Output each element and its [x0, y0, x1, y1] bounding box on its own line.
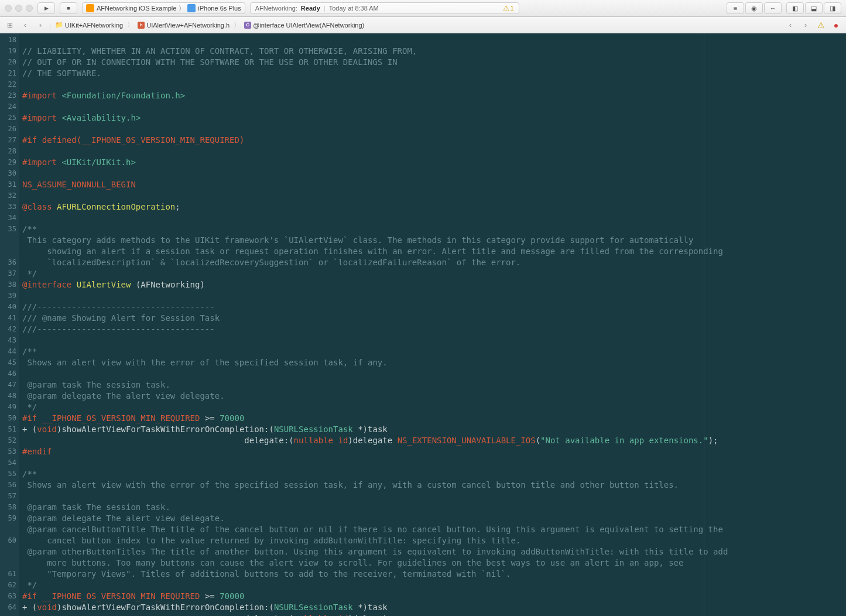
code-line: @param task The session task. [22, 502, 170, 512]
standard-editor-button[interactable]: ≡ [727, 2, 744, 14]
code-line: #endif [22, 447, 52, 456]
code-editor[interactable]: 1819202122232425262728293031323334353637… [0, 33, 846, 616]
code-line: #import <UIKit/UIKit.h> [22, 158, 136, 167]
code-line: */ [22, 580, 37, 590]
toggle-debug-button[interactable]: ⬓ [805, 2, 823, 14]
code-line: /** [22, 224, 37, 234]
code-line: Shows an alert view with the error of th… [22, 480, 679, 490]
jump-item-symbol[interactable]: C @interface UIAlertView(AFNetworking) [242, 22, 366, 29]
code-line: @class AFURLConnectionOperation; [22, 202, 180, 211]
code-line: delegate:(nullable id)delegate NS_EXTENS… [22, 436, 718, 445]
code-line: */ [22, 269, 37, 278]
code-line: #if defined(__IPHONE_OS_VERSION_MIN_REQU… [22, 135, 244, 145]
jump-bar: ⊞ ‹ › | UIKit+AFNetworking 〉 h UIAlertVi… [0, 17, 846, 33]
forward-button[interactable]: › [34, 20, 47, 30]
back-button[interactable]: ‹ [19, 20, 32, 30]
code-line: /** [22, 469, 37, 478]
code-line: // OUT OF OR IN CONNECTION WITH THE SOFT… [22, 57, 398, 67]
chevron-right-icon: 〉 [179, 4, 185, 13]
toolbar: AFNetworking iOS Example 〉 iPhone 6s Plu… [0, 0, 846, 17]
version-editor-button[interactable]: ↔ [764, 2, 782, 14]
code-line: Shows an alert view with the error of th… [22, 358, 388, 367]
code-line: delegate:(nullable id)delegate [22, 614, 392, 616]
related-items-button[interactable]: ⊞ [4, 20, 16, 30]
code-line: #import <Foundation/Foundation.h> [22, 91, 185, 100]
code-line: @param cancelButtonTitle The title of th… [22, 525, 728, 545]
status-time: Today at 8:38 AM [329, 5, 379, 12]
scheme-selector[interactable]: AFNetworking iOS Example 〉 iPhone 6s Plu… [82, 2, 245, 14]
code-line: // THE SOFTWARE. [22, 69, 101, 78]
code-line: #if __IPHONE_OS_VERSION_MIN_REQUIRED >= … [22, 591, 244, 601]
jump-item-folder[interactable]: UIKit+AFNetworking [53, 21, 125, 29]
code-line: ///------------------------------------ [22, 302, 215, 312]
code-line: /// @name Showing Alert for Session Task [22, 313, 220, 323]
code-line: + (void)showAlertViewForTaskWithErrorOnC… [22, 425, 388, 434]
zoom-icon[interactable] [26, 5, 33, 12]
app-icon [86, 4, 94, 12]
prev-issue-button[interactable]: ‹ [784, 20, 797, 30]
activity-viewer[interactable]: AFNetworking: Ready | Today at 8:38 AM 1 [250, 2, 519, 14]
editor-mode-group: ≡ ◉ ↔ [727, 2, 782, 14]
code-line: @param delegate The alert view delegate. [22, 514, 225, 523]
error-icon[interactable] [830, 20, 842, 30]
header-file-icon: h [138, 22, 145, 29]
jump-file-label: UIAlertView+AFNetworking.h [146, 22, 230, 29]
page-guide [704, 33, 704, 616]
toggle-utilities-button[interactable]: ◨ [824, 2, 841, 14]
code-area[interactable]: // LIABILITY, WHETHER IN AN ACTION OF CO… [19, 33, 846, 616]
code-line: // LIABILITY, WHETHER IN AN ACTION OF CO… [22, 46, 417, 56]
scheme-label: AFNetworking iOS Example [97, 5, 176, 12]
minimize-icon[interactable] [15, 5, 22, 12]
simulator-icon [187, 4, 196, 12]
run-button[interactable] [37, 2, 55, 14]
code-line: #if __IPHONE_OS_VERSION_MIN_REQUIRED >= … [22, 413, 244, 423]
close-icon[interactable] [5, 5, 12, 12]
code-line: @param task The session task. [22, 380, 170, 389]
code-line: NS_ASSUME_NONNULL_BEGIN [22, 180, 136, 189]
status-project: AFNetworking: [255, 5, 297, 12]
warning-count[interactable]: 1 [503, 4, 514, 12]
code-line: + (void)showAlertViewForTaskWithErrorOnC… [22, 603, 388, 612]
toggle-navigator-button[interactable]: ◧ [786, 2, 804, 14]
code-line: This category adds methods to the UIKit … [22, 235, 728, 267]
stop-button[interactable] [60, 2, 77, 14]
jump-symbol-label: @interface UIAlertView(AFNetworking) [253, 22, 364, 29]
panel-toggle-group: ◧ ⬓ ◨ [786, 2, 841, 14]
next-issue-button[interactable]: › [799, 20, 812, 30]
code-line: ///------------------------------------ [22, 324, 215, 334]
folder-icon [55, 21, 63, 29]
code-line: /** [22, 347, 37, 356]
assistant-editor-button[interactable]: ◉ [745, 2, 763, 14]
warning-icon[interactable] [814, 20, 827, 30]
status-state: Ready [301, 5, 320, 12]
device-label: iPhone 6s Plus [198, 5, 241, 12]
gutter: 1819202122232425262728293031323334353637… [0, 33, 19, 616]
jump-item-file[interactable]: h UIAlertView+AFNetworking.h [136, 22, 231, 29]
code-line: */ [22, 402, 37, 412]
code-line: #import <Availability.h> [22, 113, 141, 122]
jump-folder-label: UIKit+AFNetworking [65, 22, 123, 29]
code-line: @param delegate The alert view delegate. [22, 391, 225, 401]
category-icon: C [244, 22, 251, 29]
code-line: @param otherButtonTitles The title of an… [22, 547, 733, 579]
code-line: @interface UIAlertView (AFNetworking) [22, 280, 205, 289]
traffic-lights [5, 5, 33, 12]
